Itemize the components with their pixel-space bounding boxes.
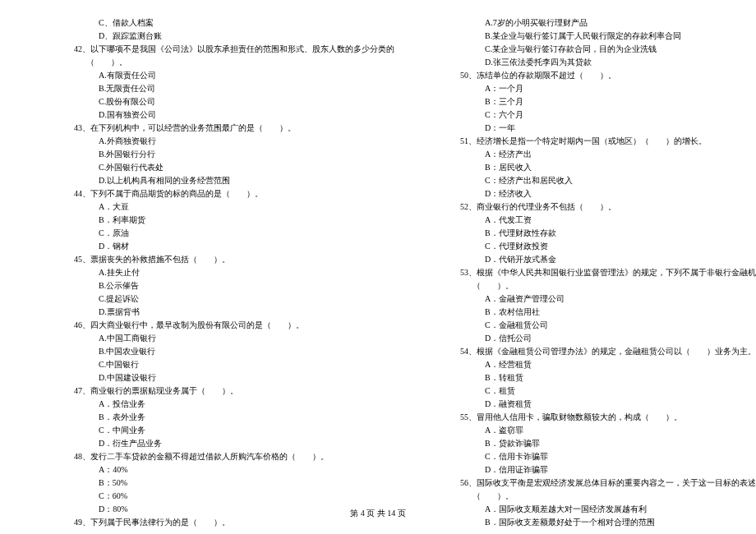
option-line: A．代发工资	[427, 214, 756, 227]
option-line: D：经济收入	[427, 187, 756, 200]
option-line: B.无限责任公司	[41, 82, 394, 95]
option-line: C．租赁	[427, 384, 756, 398]
option-line: B.公示催告	[41, 279, 394, 292]
question-continuation: （ ）。	[427, 490, 756, 503]
option-line: C．信用卡诈骗罪	[427, 450, 756, 463]
option-line: B．农村信用社	[427, 306, 756, 319]
option-line: B：三个月	[427, 95, 756, 108]
question-line: 42、以下哪项不是我国《公司法》以股东承担责任的范围和形式、股东人数的多少分类的	[41, 43, 394, 56]
option-line: B：居民收入	[427, 161, 756, 174]
right-column: A.7岁的小明买银行理财产品B.某企业与银行签订属于人民银行限定的存款利率合同C…	[427, 16, 756, 529]
question-continuation: （ ）。	[427, 279, 756, 292]
option-line: B：50%	[41, 476, 394, 490]
option-line: C．原油	[41, 227, 394, 240]
option-line: A.外商独资银行	[41, 135, 394, 148]
question-line: 44、下列不属于商品期货的标的商品的是（ ）。	[41, 187, 394, 200]
option-line: D：一年	[427, 122, 756, 135]
question-line: 45、票据丧失的补救措施不包括（ ）。	[41, 253, 394, 266]
option-line: C．金融租赁公司	[427, 319, 756, 332]
question-line: 55、冒用他人信用卡，骗取财物数额较大的，构成（ ）。	[427, 411, 756, 424]
option-line: D.票据背书	[41, 306, 394, 319]
question-line: 53、根据《中华人民共和国银行业监督管理法》的规定，下列不属于非银行金融机构的是	[427, 266, 756, 279]
option-line: A．金融资产管理公司	[427, 292, 756, 306]
option-line: B．代理财政性存款	[427, 227, 756, 240]
option-line: A．投信业务	[41, 398, 394, 411]
option-line: B.某企业与银行签订属于人民银行限定的存款利率合同	[427, 30, 756, 43]
question-line: 54、根据《金融租赁公司管理办法》的规定，金融租赁公司以（ ）业务为主。	[427, 345, 756, 358]
option-line: D.张三依法委托李四为其贷款	[427, 56, 756, 69]
option-line: C.外国银行代表处	[41, 161, 394, 174]
question-line: 43、在下列机构中，可以经营的业务范围最广的是（ ）。	[41, 122, 394, 135]
option-line: C.某企业与银行签订存款合同，目的为企业洗钱	[427, 43, 756, 56]
option-line: B．表外业务	[41, 411, 394, 424]
option-line: D.国有独资公司	[41, 108, 394, 122]
option-line: A：一个月	[427, 82, 756, 95]
page-footer: 第 4 页 共 14 页	[0, 508, 756, 519]
option-line: D．衍生产品业务	[41, 437, 394, 450]
option-line: D．融资租赁	[427, 398, 756, 411]
question-line: 56、国际收支平衡是宏观经济发展总体目标的重要内容之一，关于这一目标的表述，正确…	[427, 476, 756, 490]
option-line: C．代理财政投资	[427, 240, 756, 253]
question-line: 52、商业银行的代理业务不包括（ ）。	[427, 200, 756, 214]
option-line: D．代销开放式基金	[427, 253, 756, 266]
option-line: C．中间业务	[41, 424, 394, 437]
question-line: 47、商业银行的票据贴现业务属于（ ）。	[41, 384, 394, 398]
option-line: A．大豆	[41, 200, 394, 214]
option-line: B.外国银行分行	[41, 148, 394, 161]
option-line: A.中国工商银行	[41, 332, 394, 345]
option-line: B．贷款诈骗罪	[427, 437, 756, 450]
left-column: C、借款人档案D、跟踪监测台账42、以下哪项不是我国《公司法》以股东承担责任的范…	[41, 16, 394, 529]
option-line: A.挂失止付	[41, 266, 394, 279]
option-line: B．利率期货	[41, 214, 394, 227]
option-line: A.7岁的小明买银行理财产品	[427, 16, 756, 30]
question-line: 50、冻结单位的存款期限不超过（ ）。	[427, 69, 756, 82]
option-line: C.中国银行	[41, 358, 394, 371]
option-line: D．信托公司	[427, 332, 756, 345]
option-line: C：经济产出和居民收入	[427, 174, 756, 187]
option-line: A．盗窃罪	[427, 424, 756, 437]
option-line: A：40%	[41, 463, 394, 476]
option-line: D、跟踪监测台账	[41, 30, 394, 43]
option-line: A.有限责任公司	[41, 69, 394, 82]
option-line: D.中国建设银行	[41, 371, 394, 384]
option-line: C：六个月	[427, 108, 756, 122]
option-line: C.提起诉讼	[41, 292, 394, 306]
page-columns: C、借款人档案D、跟踪监测台账42、以下哪项不是我国《公司法》以股东承担责任的范…	[0, 16, 756, 529]
question-line: 51、经济增长是指一个特定时期内一国（或地区）（ ）的增长。	[427, 135, 756, 148]
option-line: B．转租赁	[427, 371, 756, 384]
option-line: A．经营租赁	[427, 358, 756, 371]
option-line: A：经济产出	[427, 148, 756, 161]
option-line: B.中国农业银行	[41, 345, 394, 358]
question-line: 46、四大商业银行中，最早改制为股份有限公司的是（ ）。	[41, 319, 394, 332]
option-line: C、借款人档案	[41, 16, 394, 30]
option-line: D.以上机构具有相同的业务经营范围	[41, 174, 394, 187]
option-line: C：60%	[41, 490, 394, 503]
question-line: 48、发行二手车贷款的金额不得超过借款人所购汽车价格的（ ）。	[41, 450, 394, 463]
option-line: C.股份有限公司	[41, 95, 394, 108]
option-line: D．信用证诈骗罪	[427, 463, 756, 476]
option-line: D．钢材	[41, 240, 394, 253]
question-continuation: （ ）。	[41, 56, 394, 69]
